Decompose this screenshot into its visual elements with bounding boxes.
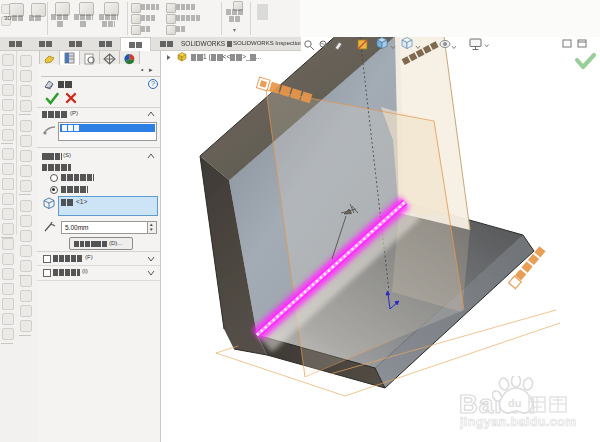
svg-text:du: du	[508, 397, 521, 409]
